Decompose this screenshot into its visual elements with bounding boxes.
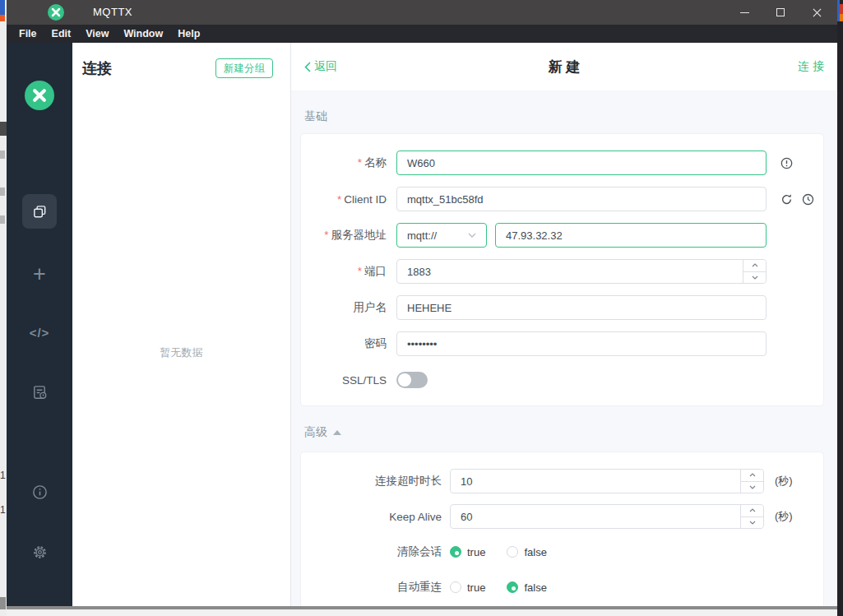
chevron-down-icon [468, 233, 476, 238]
desktop-fragment [0, 597, 6, 609]
advanced-section-title: 高级 [304, 425, 327, 440]
auto-reconnect-row: 自动重连 true false [301, 575, 823, 600]
stepper-down-button[interactable] [743, 272, 766, 284]
protocol-select[interactable]: mqtt:// [396, 223, 487, 248]
required-mark: * [337, 193, 341, 206]
desktop-fragment [837, 0, 843, 616]
clean-session-radio-group: true false [450, 546, 547, 558]
radio-false-label[interactable]: false [524, 546, 546, 558]
keepalive-stepper [740, 505, 763, 528]
menu-view[interactable]: View [78, 25, 116, 43]
info-icon [31, 484, 49, 501]
minimize-icon [740, 12, 749, 13]
timeout-suffix: (秒) [775, 474, 793, 489]
nav-log-button[interactable] [7, 384, 72, 401]
desktop-fragment [0, 151, 5, 159]
nav-connections-button[interactable] [22, 194, 57, 229]
titlebar[interactable]: MQTTX [7, 0, 837, 25]
new-group-button[interactable]: 新建分组 [215, 58, 273, 78]
stepper-down-button[interactable] [741, 482, 763, 493]
keepalive-suffix: (秒) [775, 509, 793, 524]
stepper-up-button[interactable] [741, 470, 763, 482]
desktop-fragment-number: 1 [0, 504, 7, 516]
menu-edit[interactable]: Edit [44, 25, 79, 43]
page-title: 新 建 [291, 58, 837, 76]
stepper-down-button[interactable] [741, 517, 763, 529]
auto-reconnect-label: 自动重连 [301, 580, 442, 595]
required-mark: * [324, 229, 328, 241]
mqttx-logo-icon [25, 81, 54, 110]
nav-rail: + </> [7, 43, 72, 606]
required-mark: * [358, 156, 362, 169]
back-button[interactable]: 返回 [304, 59, 337, 74]
radio-true[interactable] [450, 581, 461, 593]
client-id-value: mqttx_51bc58fd [407, 193, 484, 206]
warning-info-icon[interactable] [780, 157, 793, 169]
keepalive-input[interactable]: 60 [450, 504, 764, 529]
radio-false[interactable] [507, 581, 518, 593]
port-value: 1883 [407, 266, 431, 278]
radio-true[interactable] [450, 546, 461, 558]
minimize-button[interactable] [726, 0, 762, 25]
client-id-row: *Client ID mqttx_51bc58fd [301, 187, 823, 211]
connections-icon [32, 204, 48, 220]
nav-new-connection-button[interactable]: + [7, 262, 72, 286]
port-input[interactable]: 1883 [396, 259, 767, 284]
menu-file[interactable]: File [12, 25, 44, 43]
nav-script-button[interactable]: </> [7, 325, 72, 341]
chevron-down-icon [752, 276, 758, 280]
close-icon [813, 8, 822, 17]
desktop-fragment [0, 15, 5, 21]
stepper-up-button[interactable] [743, 260, 766, 272]
required-mark: * [358, 265, 362, 277]
ssl-toggle[interactable] [396, 372, 428, 388]
collapse-triangle-icon [333, 430, 341, 435]
form-content: 基础 *名称 W660 [291, 109, 837, 606]
timeout-input[interactable]: 10 [450, 469, 764, 493]
clock-icon[interactable] [802, 193, 814, 206]
password-label: 密码 [301, 336, 387, 351]
desktop-fragment [0, 122, 7, 136]
connect-button[interactable]: 连 接 [798, 59, 824, 74]
name-input[interactable]: W660 [396, 151, 767, 175]
username-value: HEHEHE [407, 302, 452, 314]
menu-help[interactable]: Help [170, 25, 207, 43]
radio-true-label[interactable]: true [467, 581, 485, 594]
stepper-up-button[interactable] [741, 505, 763, 517]
password-input[interactable]: •••••••• [396, 331, 767, 356]
log-icon [31, 384, 49, 401]
password-value: •••••••• [407, 338, 437, 350]
window-bottom-border [7, 606, 837, 609]
port-stepper [743, 260, 766, 283]
nav-settings-button[interactable] [7, 544, 72, 561]
advanced-section-label[interactable]: 高级 [304, 424, 824, 441]
desktop-fragment [0, 215, 5, 224]
clean-session-label: 清除会话 [301, 544, 442, 559]
close-button[interactable] [799, 0, 835, 25]
username-input[interactable]: HEHEHE [396, 295, 767, 320]
client-id-input[interactable]: mqttx_51bc58fd [396, 187, 767, 211]
desktop-fragment [840, 14, 843, 21]
name-row: *名称 W660 [301, 151, 823, 175]
desktop-fragment [0, 188, 5, 196]
clean-session-row: 清除会话 true false [301, 540, 823, 564]
chevron-down-icon [749, 521, 756, 525]
host-input[interactable]: 47.93.32.32 [495, 223, 767, 248]
timeout-label: 连接超时时长 [301, 474, 442, 489]
menu-window[interactable]: Window [116, 25, 170, 43]
gear-icon [31, 544, 49, 561]
maximize-button[interactable] [762, 0, 799, 25]
ssl-row: SSL/TLS [301, 368, 823, 392]
name-label: *名称 [301, 155, 387, 170]
radio-false[interactable] [507, 546, 518, 558]
plus-icon: + [33, 262, 46, 286]
nav-about-button[interactable] [7, 484, 72, 501]
radio-true-label[interactable]: true [467, 546, 485, 558]
desktop-fragment [840, 4, 843, 14]
desktop-fragment [0, 0, 5, 15]
basic-card: *名称 W660 *Client ID [300, 133, 824, 406]
refresh-icon[interactable] [780, 193, 793, 206]
empty-state-text: 暂无数据 [72, 345, 290, 360]
radio-false-label[interactable]: false [524, 581, 546, 594]
connections-panel: 连接 新建分组 暂无数据 [72, 43, 291, 606]
